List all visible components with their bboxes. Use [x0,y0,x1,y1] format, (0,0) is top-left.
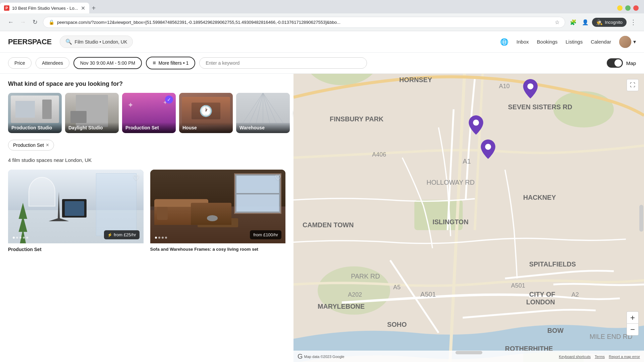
space-type-label-production-studio: Production Studio [8,122,62,133]
minimize-button[interactable] [617,5,623,11]
map-svg: MUSWELL HILL WOOD GREEN SOUTH TOTTENHAM … [293,74,644,362]
dot-5 [26,237,28,239]
nav-listings[interactable]: Listings [566,39,583,45]
filter-bar: Price Attendees Nov 30 9:00 AM - 5:00 PM… [0,53,644,74]
nav-calendar[interactable]: Calendar [591,39,611,45]
svg-line-2 [256,93,263,123]
keyword-input[interactable] [199,57,367,69]
map-zoom-out-button[interactable]: − [627,323,639,336]
space-type-house[interactable]: 🕐 House [179,93,233,133]
listing-card-2[interactable]: ♡ from £100/hr Sofa and Warehouse Frames [150,170,286,253]
user-dropdown[interactable]: ▾ [619,36,636,48]
results-count: 4 film studio spaces near London, UK [8,157,285,163]
search-bar[interactable]: 🔍 Film Studio • London, UK [60,36,133,48]
map-panel: MUSWELL HILL WOOD GREEN SOUTH TOTTENHAM … [293,74,644,362]
browser-chrome: P 10 Best Film Studio Venues - Lo... ✕ +… [0,0,644,31]
map-toggle-switch[interactable] [607,58,623,68]
dot-3 [19,237,21,239]
nav-bookings[interactable]: Bookings [537,39,558,45]
svg-text:LONDON: LONDON [526,298,555,306]
report-map-error-link[interactable]: Report a map error [609,355,640,359]
forward-button[interactable]: → [17,17,28,27]
svg-line-6 [263,93,283,123]
listing-1-favorite-button[interactable]: ♡ [133,174,140,182]
address-bar: ← → ↻ 🔒 peerspace.com/s/?zoom=12&viewpor… [0,13,644,31]
globe-icon[interactable]: 🌐 [500,38,508,46]
space-type-title: What kind of space are you looking for? [8,80,285,87]
map-toggle: Map [607,58,636,68]
left-panel: What kind of space are you looking for? … [0,74,293,362]
user-avatar [619,36,631,48]
space-type-production-studio[interactable]: Production Studio [8,93,62,133]
profile-button[interactable]: 👤 [580,17,591,27]
listing-grid: ♡ ⚡ from £25/hr [8,170,285,253]
tab-title: 10 Best Film Studio Venues - Lo... [12,6,78,11]
map-attribution: Map data ©2023 Google [304,355,344,359]
active-tab[interactable]: P 10 Best Film Studio Venues - Lo... ✕ [0,3,89,13]
listing-1-info: Production Set [8,243,144,253]
dot-3 [162,237,164,239]
map-bottom-scroll-handle[interactable] [455,351,482,354]
more-filters-button[interactable]: ≡ More filters • 1 [146,57,195,69]
space-type-production-set[interactable]: ✦ ✦ ✓ Production Set [122,93,176,133]
map-terms-link[interactable]: Terms [595,355,605,359]
close-button[interactable] [633,5,639,11]
browser-right-icons: 🧩 👤 🕵️ Incognito ⋮ [568,17,639,27]
space-type-section: What kind of space are you looking for? … [8,80,285,133]
keyboard-shortcuts-link[interactable]: Keyboard shortcuts [559,355,591,359]
filter-tag-label: Production Set [13,142,44,148]
remove-filter-tag-button[interactable]: × [46,142,49,148]
map-container[interactable]: MUSWELL HILL WOOD GREEN SOUTH TOTTENHAM … [293,74,644,362]
svg-text:HOLLOWAY RD: HOLLOWAY RD [426,179,475,186]
bolt-icon: ⚡ [107,233,112,237]
space-type-daylight-studio[interactable]: Daylight Studio [65,93,119,133]
listing-1-name: Production Set [8,247,144,252]
nav-buttons: ← → ↻ [5,17,40,27]
search-icon: 🔍 [65,39,72,45]
map-zoom-controls: + − [627,311,639,336]
space-types-row: Production Studio Daylight Studio [8,93,285,133]
svg-text:MILE END RD: MILE END RD [590,333,633,340]
search-query-text: Film Studio • London, UK [75,39,127,45]
price-filter-button[interactable]: Price [8,57,32,69]
attendees-filter-button[interactable]: Attendees [36,57,69,69]
space-type-label-production-set: Production Set [122,122,176,133]
listing-1-price-badge: ⚡ from £25/hr [104,230,139,239]
production-set-filter-tag[interactable]: Production Set × [8,140,54,150]
reload-button[interactable]: ↻ [30,17,40,27]
more-menu-button[interactable]: ⋮ [628,17,639,27]
space-type-warehouse[interactable]: Warehouse [236,93,290,133]
dot-2 [16,237,18,239]
svg-point-45 [527,83,533,89]
filter-tags: Production Set × [8,140,285,150]
date-filter-button[interactable]: Nov 30 9:00 AM - 5:00 PM [73,57,142,69]
listing-card-1[interactable]: ♡ ⚡ from £25/hr [8,170,144,253]
chevron-down-icon: ▾ [633,39,636,45]
svg-text:SPITALFIELDS: SPITALFIELDS [529,260,576,268]
address-input[interactable]: 🔒 peerspace.com/s/?zoom=12&viewport_bbox… [43,17,565,28]
dot-4 [23,237,25,239]
map-scroll-handle[interactable] [639,205,643,232]
tab-close-button[interactable]: ✕ [81,5,85,11]
bookmark-icon[interactable]: ☆ [555,19,559,25]
extensions-button[interactable]: 🧩 [568,17,579,27]
map-zoom-in-button[interactable]: + [627,311,639,323]
back-button[interactable]: ← [5,17,16,27]
svg-line-0 [243,93,263,123]
dot-1 [155,237,157,239]
listing-2-favorite-button[interactable]: ♡ [275,174,281,182]
map-expand-button[interactable]: ⛶ [627,79,639,91]
listing-1-image-dots [13,237,28,239]
svg-text:FINSBURY PARK: FINSBURY PARK [330,115,384,123]
listing-2-price-badge: from £100/hr [250,230,281,239]
new-tab-button[interactable]: + [89,3,99,13]
listing-2-price: from £100/hr [253,232,278,237]
header-nav: 🌐 Inbox Bookings Listings Calendar ▾ [500,36,636,48]
tab-bar: P 10 Best Film Studio Venues - Lo... ✕ + [0,0,644,13]
logo[interactable]: PEERSPACE [8,38,52,46]
maximize-button[interactable] [625,5,631,11]
main-content: What kind of space are you looking for? … [0,74,644,362]
svg-text:A5: A5 [393,284,400,291]
svg-text:HORNSEY: HORNSEY [399,76,432,83]
nav-inbox[interactable]: Inbox [517,39,529,45]
